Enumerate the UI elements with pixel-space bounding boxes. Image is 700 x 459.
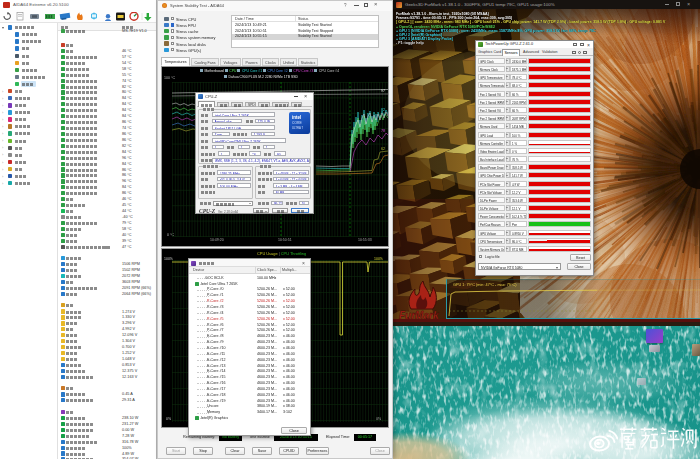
svg-text:78: 78 bbox=[381, 129, 385, 133]
svg-text:62: 62 bbox=[381, 147, 385, 151]
svg-text:97: 97 bbox=[381, 89, 385, 93]
svg-text:82: 82 bbox=[381, 108, 385, 112]
